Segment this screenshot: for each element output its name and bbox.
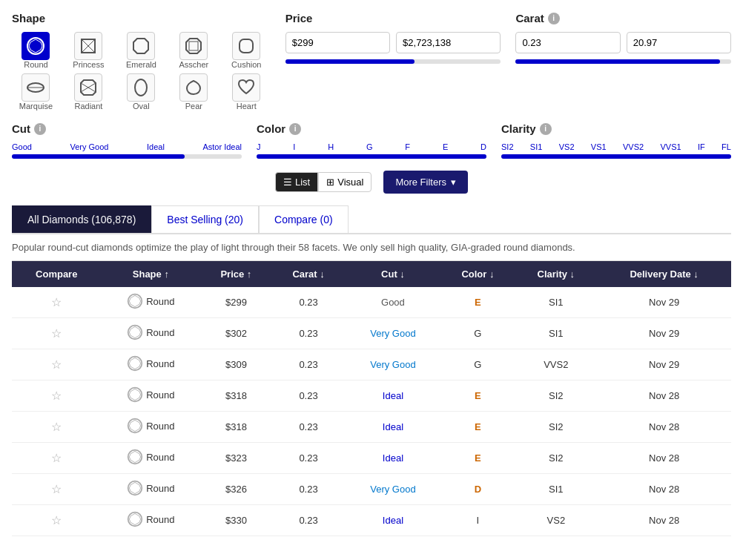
svg-point-0 bbox=[27, 38, 44, 54]
shape-cell: Round bbox=[101, 287, 200, 318]
cut-slider-track[interactable] bbox=[12, 154, 242, 159]
cut-cell: Very Good bbox=[345, 318, 440, 349]
visual-view-button[interactable]: ⊞ Visual bbox=[318, 172, 372, 192]
star-button-7[interactable]: ☆ bbox=[51, 513, 62, 527]
col-clarity[interactable]: Clarity ↓ bbox=[515, 261, 597, 287]
clarity-label-item: SI2 bbox=[501, 142, 514, 151]
price-slider-fill bbox=[285, 59, 415, 64]
clarity-label-item: VS2 bbox=[559, 142, 575, 151]
row-shape-label: Round bbox=[146, 296, 174, 307]
row-shape-icon: Round bbox=[127, 511, 174, 527]
price-slider-track[interactable] bbox=[285, 59, 501, 64]
cut-value: Ideal bbox=[383, 452, 403, 464]
list-label: List bbox=[295, 177, 310, 188]
svg-point-23 bbox=[128, 388, 142, 402]
chevron-down-icon: ▾ bbox=[451, 177, 456, 188]
price-max-input[interactable] bbox=[396, 32, 501, 53]
price-min-input[interactable] bbox=[285, 32, 390, 53]
shape-item-marquise[interactable]: Marquise bbox=[12, 73, 60, 111]
row-shape-label: Round bbox=[146, 421, 174, 432]
row-shape-icon: Round bbox=[127, 293, 174, 309]
clarity-label: Clarity i bbox=[501, 122, 731, 135]
svg-rect-10 bbox=[240, 39, 253, 53]
list-view-button[interactable]: ☰ List bbox=[275, 172, 318, 192]
clarity-cell: VVS2 bbox=[515, 349, 597, 381]
star-button-5[interactable]: ☆ bbox=[51, 451, 62, 465]
col-label-compare: Compare bbox=[36, 269, 77, 280]
delivery-cell: Nov 28 bbox=[597, 443, 731, 474]
col-shape[interactable]: Shape ↑ bbox=[101, 261, 200, 287]
color-info-icon[interactable]: i bbox=[289, 123, 301, 135]
description-text: Popular round-cut diamonds optimize the … bbox=[12, 234, 731, 261]
col-price[interactable]: Price ↑ bbox=[200, 261, 271, 287]
shape-label: Shape bbox=[12, 12, 271, 24]
shape-item-asscher[interactable]: Asscher bbox=[170, 32, 218, 69]
shape-item-radiant[interactable]: Radiant bbox=[65, 73, 113, 111]
cut-label-item: Very Good bbox=[70, 142, 108, 151]
carat-slider-track[interactable] bbox=[515, 59, 731, 64]
tab-best[interactable]: Best Selling (20) bbox=[151, 205, 259, 233]
carat-min-input[interactable] bbox=[515, 32, 620, 53]
shape-item-emerald[interactable]: Emerald bbox=[117, 32, 165, 69]
star-button-0[interactable]: ☆ bbox=[51, 295, 62, 309]
col-compare[interactable]: Compare bbox=[12, 261, 101, 287]
shape-icon-oval bbox=[127, 73, 155, 102]
col-color[interactable]: Color ↓ bbox=[440, 261, 515, 287]
table-row: ☆ Round $3300.23IdealIVS2Nov 28 bbox=[12, 505, 731, 536]
shape-icon-asscher bbox=[179, 32, 208, 60]
carat-info-icon[interactable]: i bbox=[548, 13, 560, 24]
more-filters-button[interactable]: More Filters ▾ bbox=[383, 171, 468, 194]
carat-label: Carat i bbox=[515, 12, 731, 24]
delivery-cell: Nov 28 bbox=[597, 505, 731, 536]
price-cell: $302 bbox=[200, 318, 271, 349]
shape-label-pear: Pear bbox=[185, 102, 202, 111]
star-button-6[interactable]: ☆ bbox=[51, 482, 62, 496]
shape-item-round[interactable]: Round bbox=[12, 32, 60, 69]
svg-rect-9 bbox=[189, 42, 198, 50]
carat-cell: 0.23 bbox=[272, 505, 346, 536]
color-slider-track[interactable] bbox=[257, 154, 486, 159]
clarity-cell: VS2 bbox=[515, 505, 597, 536]
star-button-2[interactable]: ☆ bbox=[51, 358, 62, 372]
color-cell: E bbox=[440, 381, 515, 412]
svg-line-4 bbox=[88, 39, 95, 46]
shape-cell: Round bbox=[101, 474, 200, 505]
shape-item-princess[interactable]: Princess bbox=[65, 32, 113, 69]
cut-info-icon[interactable]: i bbox=[34, 123, 46, 135]
star-button-4[interactable]: ☆ bbox=[51, 420, 62, 434]
price-range-inputs bbox=[285, 32, 501, 53]
clarity-cell: SI1 bbox=[515, 474, 597, 505]
row-shape-label: Round bbox=[146, 483, 174, 494]
shape-item-pear[interactable]: Pear bbox=[170, 73, 218, 111]
star-button-3[interactable]: ☆ bbox=[51, 389, 62, 403]
shape-item-heart[interactable]: Heart bbox=[222, 73, 271, 111]
color-label-item: I bbox=[293, 142, 295, 151]
shape-icon-round bbox=[22, 32, 50, 60]
col-label-delivery: Delivery Date ↓ bbox=[630, 269, 699, 280]
col-delivery[interactable]: Delivery Date ↓ bbox=[597, 261, 731, 287]
price-cell: $309 bbox=[200, 349, 271, 381]
carat-max-input[interactable] bbox=[627, 32, 731, 53]
color-cell: E bbox=[440, 412, 515, 443]
shape-cell: Round bbox=[101, 349, 200, 381]
color-value: I bbox=[477, 515, 480, 526]
cut-value: Very Good bbox=[370, 484, 415, 495]
compare-cell: ☆ bbox=[12, 443, 101, 474]
table-row: ☆ Round $3260.23Very GoodDSI1Nov 28 bbox=[12, 474, 731, 505]
col-carat[interactable]: Carat ↓ bbox=[272, 261, 346, 287]
cut-slider-fill bbox=[12, 154, 185, 159]
col-cut[interactable]: Cut ↓ bbox=[345, 261, 440, 287]
clarity-label-item: VS1 bbox=[591, 142, 607, 151]
shape-item-oval[interactable]: Oval bbox=[117, 73, 165, 111]
more-filters-label: More Filters bbox=[395, 177, 446, 188]
clarity-slider-track[interactable] bbox=[501, 154, 731, 159]
clarity-label-item: VVS1 bbox=[660, 142, 681, 151]
carat-cell: 0.23 bbox=[272, 381, 346, 412]
clarity-info-icon[interactable]: i bbox=[540, 123, 552, 135]
star-button-1[interactable]: ☆ bbox=[51, 326, 62, 340]
delivery-cell: Nov 29 bbox=[597, 318, 731, 349]
shape-item-cushion[interactable]: Cushion bbox=[222, 32, 271, 69]
table-row: ☆ Round $3180.23IdealESI2Nov 28 bbox=[12, 412, 731, 443]
tab-all[interactable]: All Diamonds (106,878) bbox=[12, 205, 151, 233]
tab-compare[interactable]: Compare (0) bbox=[259, 205, 349, 233]
